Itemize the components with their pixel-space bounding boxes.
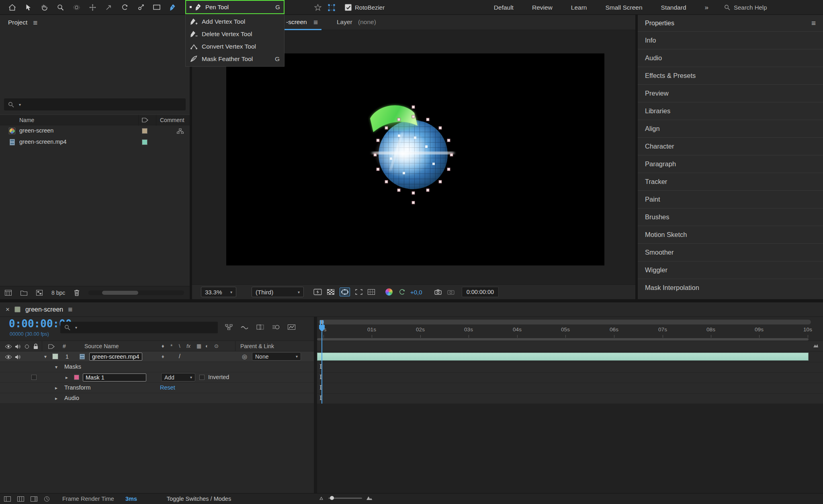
mask-color-chip[interactable] — [74, 375, 79, 380]
bit-depth-button[interactable]: 8 bpc — [51, 290, 65, 296]
timeline-navigator[interactable] — [319, 320, 811, 324]
column-source-name[interactable]: Source Name — [84, 343, 119, 349]
lock-column-icon[interactable] — [33, 343, 38, 349]
collapse-switch-icon[interactable]: * — [170, 343, 172, 349]
workspace-tab-learn[interactable]: Learn — [562, 0, 596, 15]
layer-duration-bar[interactable] — [317, 353, 809, 361]
quality-switch-icon[interactable]: / — [179, 353, 180, 359]
properties-item-character[interactable]: Character — [638, 137, 823, 155]
resolution-dropdown[interactable]: (Third)▾ — [252, 287, 304, 297]
inverted-checkbox[interactable] — [199, 375, 205, 380]
audio-group-row[interactable]: ▸ Audio — [0, 393, 314, 404]
shy-layers-icon[interactable] — [241, 324, 248, 330]
shy-switch-icon[interactable]: ♦ — [162, 353, 164, 359]
layer-color-chip[interactable] — [52, 353, 58, 359]
fx-switch-icon[interactable]: fx — [186, 343, 190, 349]
expand-transfer-controls-icon[interactable] — [17, 496, 24, 502]
toggle-switches-modes-button[interactable]: Toggle Switches / Modes — [162, 496, 236, 502]
parent-pickwhip-icon[interactable]: ◎ — [242, 353, 247, 360]
project-search-input[interactable]: ▾ — [4, 98, 186, 110]
transform-group-row[interactable]: ▸ Transform Reset — [0, 383, 314, 393]
properties-item-libraries[interactable]: Libraries — [638, 102, 823, 120]
rotobezier-checkbox[interactable] — [345, 4, 352, 11]
label-color-chip[interactable] — [142, 128, 147, 134]
expand-render-time-icon[interactable] — [44, 496, 50, 502]
layer-tab[interactable]: Layer — [337, 18, 352, 26]
properties-item-mask-interpolation[interactable]: Mask Interpolation — [638, 279, 823, 296]
fast-previews-icon[interactable] — [313, 289, 322, 295]
properties-item-audio[interactable]: Audio — [638, 49, 823, 67]
column-parent-link[interactable]: Parent & Link — [240, 343, 274, 349]
layer-name-editbox[interactable]: green-screen.mp4 — [89, 353, 142, 361]
motion-blur-icon[interactable] — [272, 324, 280, 330]
frame-blending-icon[interactable] — [256, 324, 264, 330]
composition-viewport[interactable] — [226, 53, 604, 265]
rectangle-tool-icon[interactable] — [149, 0, 165, 14]
mask-name-editbox[interactable]: Mask 1 — [83, 373, 146, 382]
timeline-comp-tab[interactable]: green-screen — [25, 306, 63, 313]
video-toggle-icon[interactable] — [5, 355, 12, 359]
expand-in-out-icon[interactable] — [31, 496, 37, 502]
expand-layer-switches-icon[interactable] — [4, 496, 11, 502]
close-icon[interactable]: × — [6, 306, 10, 313]
workspace-tab-review[interactable]: Review — [523, 0, 562, 15]
show-snapshot-icon[interactable] — [447, 289, 454, 295]
comp-marker-bin-icon[interactable] — [813, 343, 819, 348]
properties-item-paragraph[interactable]: Paragraph — [638, 155, 823, 173]
label-column-icon[interactable] — [48, 344, 55, 349]
quality-switch-icon[interactable]: \ — [179, 343, 180, 349]
adjustment-switch-icon[interactable]: ⊙ — [214, 343, 219, 349]
properties-item-effects-presets[interactable]: Effects & Presets — [638, 67, 823, 84]
solo-column-icon[interactable] — [25, 344, 29, 349]
properties-item-wiggler[interactable]: Wiggler — [638, 261, 823, 279]
timeline-tab-menu-icon[interactable]: ≡ — [68, 306, 72, 313]
reset-exposure-icon[interactable] — [399, 289, 405, 296]
workspace-tab-small-screen[interactable]: Small Screen — [596, 0, 651, 15]
rotation-tool-icon[interactable] — [117, 0, 133, 14]
new-folder-icon[interactable] — [20, 290, 27, 296]
project-panel-menu-icon[interactable]: ≡ — [33, 19, 37, 27]
pen-tool-flyout-selected[interactable]: Pen Tool G — [185, 0, 285, 14]
timeline-zoom-slider[interactable] — [328, 498, 362, 499]
pen-tool-icon[interactable] — [165, 0, 181, 14]
playhead[interactable] — [319, 324, 325, 332]
mask-visibility-toggle[interactable] — [340, 288, 350, 296]
masks-expander-icon[interactable]: ▾ — [55, 365, 57, 369]
delete-icon[interactable] — [74, 290, 80, 296]
orbit-camera-tool-icon[interactable] — [68, 0, 84, 14]
timeline-pane-divider[interactable] — [314, 317, 317, 493]
zoom-in-mountain-icon[interactable] — [366, 495, 373, 501]
frame-blend-switch-icon[interactable]: ▦ — [197, 343, 201, 349]
audio-column-icon[interactable] — [15, 344, 21, 349]
composition-tab[interactable]: -screen — [286, 18, 307, 26]
project-row-composition[interactable]: green-screen — [0, 125, 190, 137]
zoom-slider-thumb[interactable] — [330, 496, 334, 500]
properties-item-motion-sketch[interactable]: Motion Sketch — [638, 226, 823, 243]
interpret-footage-icon[interactable] — [5, 290, 12, 296]
mask-visibility-checkbox[interactable] — [31, 375, 37, 380]
horizontal-scrollbar[interactable] — [88, 290, 184, 295]
layer-row[interactable]: ▾ 1 green-screen.mp4 ♦ / ◎ None▾ — [0, 351, 314, 362]
audio-toggle-icon[interactable] — [15, 354, 21, 360]
region-of-interest-icon[interactable] — [355, 289, 362, 295]
graph-editor-icon[interactable] — [288, 324, 295, 330]
composition-tab-menu-icon[interactable]: ≡ — [313, 18, 318, 26]
menu-item-add-vertex-tool[interactable]: Add Vertex Tool — [186, 15, 284, 28]
column-number[interactable]: # — [63, 343, 66, 349]
timeline-search-input[interactable]: ▾ — [60, 322, 218, 333]
mask-mode-dropdown[interactable]: Add▾ — [161, 373, 195, 382]
properties-item-brushes[interactable]: Brushes — [638, 208, 823, 226]
shy-switch-icon[interactable]: ♦ — [162, 343, 164, 349]
zoom-out-mountain-icon[interactable] — [319, 496, 324, 500]
transparency-grid-icon[interactable] — [327, 289, 334, 295]
pan-camera-tool-icon[interactable] — [84, 0, 100, 14]
star-icon[interactable] — [314, 4, 321, 11]
mask-row[interactable]: ▸ Mask 1 Add▾ Inverted — [0, 372, 314, 383]
properties-item-align[interactable]: Align — [638, 120, 823, 137]
properties-panel-menu-icon[interactable]: ≡ — [811, 19, 816, 27]
exposure-value[interactable]: +0,0 — [410, 289, 422, 296]
snapshot-icon[interactable] — [434, 289, 442, 295]
properties-item-paint[interactable]: Paint — [638, 190, 823, 208]
preview-time[interactable]: 0:00:00:00 — [462, 287, 499, 297]
workspace-tab-standard[interactable]: Standard — [652, 0, 696, 15]
